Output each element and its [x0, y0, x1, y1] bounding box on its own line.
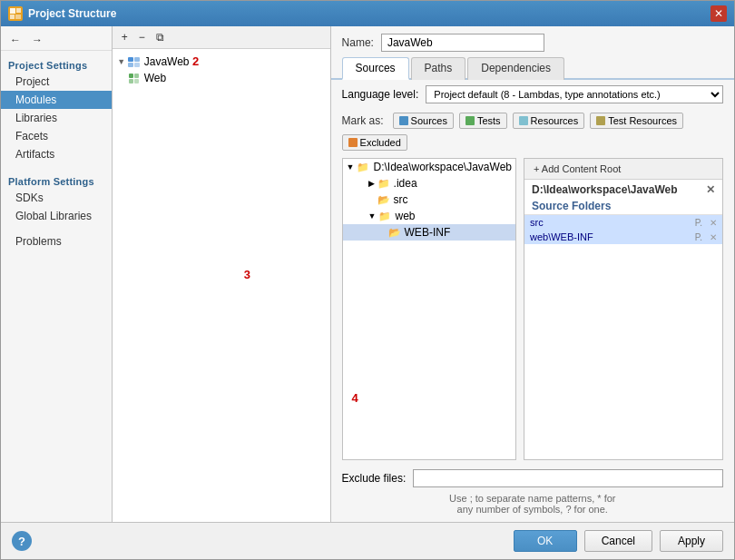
svg-rect-0: [10, 8, 15, 14]
exclude-input[interactable]: [413, 469, 723, 487]
module-tree-panel: + − ⧉ ▼ JavaWeb: [113, 26, 331, 522]
arrow-root: ▼: [347, 162, 355, 172]
mark-test-resources-badge[interactable]: Test Resources: [590, 113, 683, 129]
source-roots-path-title: D:\Idea\workspace\JavaWeb ✕: [524, 180, 722, 198]
close-button[interactable]: ✕: [710, 5, 727, 22]
bottom-bar: ? OK Cancel Apply: [1, 522, 734, 559]
title-bar-left: Project Structure: [8, 6, 116, 21]
source-root-webinf-prop-icon[interactable]: P.: [695, 232, 702, 242]
apply-button[interactable]: Apply: [660, 530, 723, 552]
window-icon: [8, 6, 23, 21]
project-settings-section: Project Settings: [1, 54, 112, 73]
tab-sources[interactable]: Sources: [342, 57, 409, 80]
source-root-webinf-label: web\WEB-INF: [530, 231, 593, 242]
file-tree-idea[interactable]: ▶ 📁 .idea: [343, 175, 515, 192]
title-bar: Project Structure ✕: [1, 1, 734, 26]
excluded-dot: [348, 138, 358, 147]
folder-icon-web: 📁: [377, 210, 392, 222]
name-label: Name:: [342, 36, 374, 49]
copy-module-button[interactable]: ⧉: [152, 29, 168, 45]
remove-module-button[interactable]: −: [135, 29, 149, 45]
lang-label: Language level:: [342, 88, 419, 101]
sidebar-item-global-libraries[interactable]: Global Libraries: [1, 207, 112, 225]
expand-arrow-javaweb: ▼: [116, 57, 127, 66]
tree-item-web-label: Web: [144, 72, 166, 84]
folder-icon-root: 📁: [356, 161, 370, 173]
tree-item-javaweb[interactable]: ▼ JavaWeb 2: [113, 53, 330, 70]
source-root-src-remove-icon[interactable]: ✕: [710, 218, 717, 228]
project-structure-window: Project Structure ✕ ← → Project Settings…: [0, 0, 735, 560]
annotation-2: 2: [192, 54, 199, 68]
sources-dot: [399, 116, 408, 125]
tab-paths[interactable]: Paths: [411, 57, 466, 80]
exclude-hint: Use ; to separate name patterns, * foran…: [331, 493, 734, 522]
svg-rect-7: [134, 63, 140, 67]
svg-rect-5: [134, 57, 140, 62]
sidebar-item-sdks[interactable]: SDKs: [1, 189, 112, 207]
sidebar-divider: [1, 163, 112, 171]
svg-rect-1: [16, 8, 21, 13]
mark-as-label: Mark as:: [342, 114, 384, 127]
annotation-4: 4: [352, 391, 358, 405]
module-tree-toolbar: + − ⧉: [113, 26, 330, 49]
name-input[interactable]: [381, 34, 544, 52]
add-module-button[interactable]: +: [118, 29, 132, 45]
mark-excluded-badge[interactable]: Excluded: [342, 134, 407, 151]
exclude-row: Exclude files:: [331, 464, 734, 493]
right-panel: Name: Sources Paths Dependencies Languag…: [331, 26, 734, 522]
help-button[interactable]: ?: [12, 531, 32, 551]
resources-dot: [519, 116, 528, 125]
module-icon-javaweb: [127, 55, 142, 68]
tree-item-web[interactable]: Web: [113, 70, 330, 86]
platform-settings-section: Platform Settings: [1, 171, 112, 189]
file-tree-web[interactable]: ▼ 📁 web: [343, 208, 515, 224]
source-roots-panel: + Add Content Root D:\Idea\workspace\Jav…: [524, 158, 723, 460]
bottom-buttons: OK Cancel Apply: [514, 530, 723, 552]
source-roots-toolbar: + Add Content Root: [524, 159, 722, 180]
arrow-idea: ▶: [368, 179, 375, 188]
main-content: ← → Project Settings Project Modules Lib…: [1, 26, 734, 522]
svg-rect-4: [128, 57, 133, 62]
source-root-item-src[interactable]: src P. ✕: [524, 215, 722, 230]
sidebar-item-modules[interactable]: Modules: [1, 91, 112, 109]
source-folders-label: Source Folders: [524, 198, 722, 215]
svg-rect-8: [129, 74, 133, 78]
arrow-web: ▼: [368, 211, 377, 221]
file-tree-webinf[interactable]: ▶ 📂 WEB-INF: [343, 224, 515, 241]
tree-item-javaweb-label: JavaWeb: [144, 55, 190, 68]
mark-as-row: Mark as: Sources Tests Resources Test Re…: [331, 109, 734, 154]
sidebar-item-facets[interactable]: Facets: [1, 127, 112, 145]
annotation-3: 3: [244, 268, 250, 281]
ok-button[interactable]: OK: [514, 530, 577, 552]
sidebar-item-artifacts[interactable]: Artifacts: [1, 145, 112, 163]
source-root-webinf-remove-icon[interactable]: ✕: [710, 232, 717, 242]
tab-dependencies[interactable]: Dependencies: [467, 57, 564, 80]
close-content-root-icon[interactable]: ✕: [706, 183, 715, 196]
folder-icon-idea: 📁: [377, 177, 391, 190]
svg-rect-3: [15, 15, 21, 19]
lang-select[interactable]: Project default (8 - Lambdas, type annot…: [426, 85, 723, 103]
nav-back-button[interactable]: ←: [6, 32, 24, 48]
sidebar-item-libraries[interactable]: Libraries: [1, 109, 112, 127]
nav-forward-button[interactable]: →: [28, 32, 46, 48]
sidebar-item-project[interactable]: Project: [1, 73, 112, 91]
mark-resources-badge[interactable]: Resources: [513, 113, 585, 129]
test-resources-dot: [596, 116, 605, 125]
file-tree-src[interactable]: ▶ 📂 src: [343, 192, 515, 208]
sidebar-item-problems[interactable]: Problems: [1, 232, 112, 251]
source-root-src-prop-icon[interactable]: P.: [695, 218, 702, 228]
module-tree-area: ▼ JavaWeb 2: [113, 49, 330, 522]
content-area: ▼ 📁 D:\Idea\workspace\JavaWeb ▶ 📁 .idea …: [331, 154, 734, 464]
mark-sources-badge[interactable]: Sources: [393, 113, 454, 129]
cancel-button[interactable]: Cancel: [584, 530, 652, 552]
file-tree-panel: ▼ 📁 D:\Idea\workspace\JavaWeb ▶ 📁 .idea …: [342, 158, 516, 460]
tabs-row: Sources Paths Dependencies: [331, 57, 734, 80]
folder-icon-src: 📂: [377, 193, 391, 206]
sidebar-divider-2: [1, 225, 112, 232]
source-root-src-label: src: [530, 217, 544, 228]
source-root-item-webinf[interactable]: web\WEB-INF P. ✕: [524, 230, 722, 244]
mark-tests-badge[interactable]: Tests: [459, 113, 507, 129]
add-content-root-button[interactable]: + Add Content Root: [530, 162, 624, 176]
name-row: Name:: [331, 26, 734, 57]
file-tree-root[interactable]: ▼ 📁 D:\Idea\workspace\JavaWeb: [343, 159, 515, 175]
